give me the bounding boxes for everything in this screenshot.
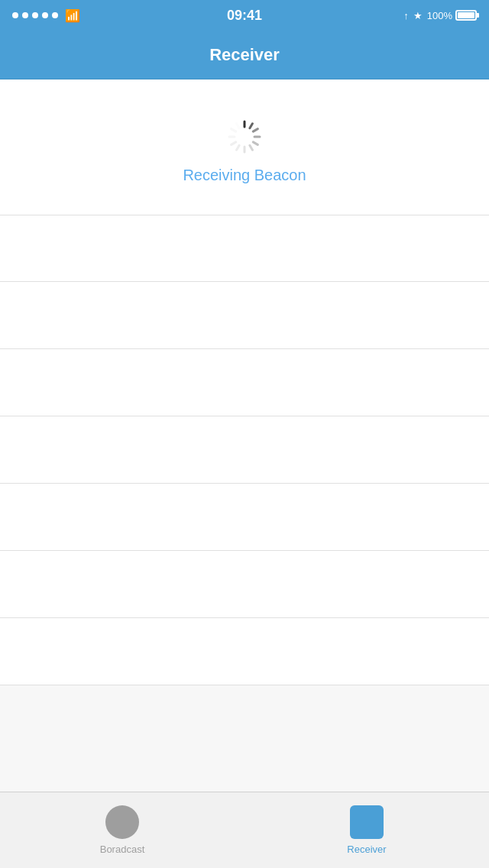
list-item [0,618,489,685]
list-item [0,416,489,484]
receiver-tab-icon [350,805,384,839]
svg-line-10 [232,129,236,132]
broadcast-tab-icon [105,805,139,839]
list-item [0,215,489,282]
loading-spinner [225,118,264,156]
battery-fill [458,12,474,18]
list-item [0,349,489,416]
signal-dot-1 [12,12,18,18]
status-bar: 📶 09:41 ↑ ★ 100% [0,0,489,31]
signal-indicators: 📶 [12,8,80,23]
navigation-bar: Receiver [0,31,489,79]
signal-dot-2 [22,12,28,18]
spinner-svg [225,118,264,156]
battery-indicator: 100% [427,10,477,21]
tab-bar: Boradcast Receiver [0,792,489,868]
tab-broadcast[interactable]: Boradcast [0,792,244,868]
receiver-tab-label: Receiver [347,844,386,855]
tab-receiver[interactable]: Receiver [244,792,489,868]
svg-line-8 [232,142,236,145]
list-item [0,551,489,618]
signal-dot-3 [32,12,38,18]
location-icon: ↑ [403,10,409,21]
svg-line-2 [253,129,257,132]
wifi-icon: 📶 [65,8,80,23]
svg-line-5 [250,145,253,150]
svg-line-1 [250,124,253,128]
list-item [0,282,489,349]
battery-icon [455,10,477,21]
svg-line-4 [253,142,257,145]
status-right: ↑ ★ 100% [403,10,477,21]
beacon-section: Receiving Beacon [0,79,489,215]
receiving-beacon-label: Receiving Beacon [183,167,306,184]
bluetooth-icon: ★ [413,10,423,21]
broadcast-tab-label: Boradcast [100,844,145,855]
status-time: 09:41 [227,8,262,24]
signal-dot-5 [52,12,58,18]
list-item [0,484,489,551]
main-content: Receiving Beacon [0,79,489,685]
list-section [0,215,489,685]
nav-title: Receiver [209,45,280,65]
signal-dot-4 [42,12,48,18]
svg-line-7 [237,145,240,150]
battery-percent: 100% [427,10,452,21]
svg-line-11 [237,124,240,128]
